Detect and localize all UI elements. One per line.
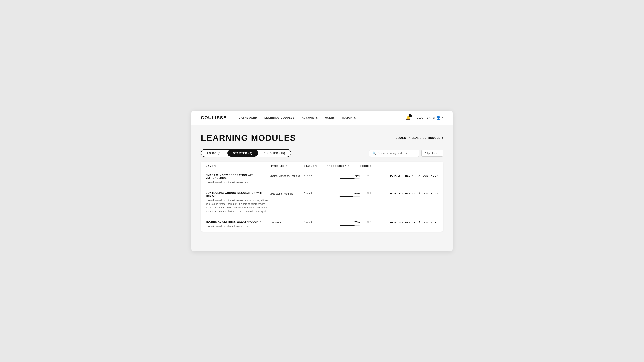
continue-button-3[interactable]: CONTINUE › — [422, 221, 438, 224]
restart-button-3[interactable]: RESTART ↺ — [405, 221, 420, 224]
details-label-2: DETAILS — [390, 192, 401, 195]
search-box: 🔍 — [369, 150, 419, 157]
profiles-cell-1: Sales, Marketing, Technical — [271, 174, 304, 178]
continue-arrow-icon-2: › — [437, 192, 438, 195]
tab-group: TO DO (5) STARTED (3) FINISHED (15) — [201, 149, 291, 157]
table-row: CONTROLING WINDOW DECORATION WITH THE AP… — [201, 188, 443, 217]
controls-row: TO DO (5) STARTED (3) FINISHED (15) 🔍 Al… — [201, 149, 443, 157]
header-right: 🔔 5 HELLO BRAM 👤 ▾ — [406, 115, 443, 120]
sort-name-icon[interactable]: ⇅ — [214, 165, 216, 167]
details-label-3: DETAILS — [390, 221, 401, 224]
expand-icon-2[interactable]: ▴ — [270, 193, 271, 196]
restart-label-2: RESTART — [405, 192, 417, 195]
table-row: TECHNICAL SETTINGS WALKTHROUGH ▾ Lorem i… — [201, 217, 443, 232]
details-button-1[interactable]: DETAILS › — [390, 174, 403, 177]
status-cell-2: Started — [304, 192, 327, 195]
search-icon: 🔍 — [372, 151, 376, 155]
actions-cell-2: DETAILS › RESTART ↺ CONTINUE › — [379, 192, 438, 195]
restart-button-1[interactable]: RESTART ↺ — [405, 174, 420, 177]
progress-bar-bg-2 — [340, 196, 360, 197]
user-dropdown-icon: ▾ — [442, 117, 443, 119]
continue-button-2[interactable]: CONTINUE › — [422, 192, 438, 195]
profiles-cell-2: Marketing, Technical — [271, 192, 304, 196]
progression-cell-3: 75% — [327, 220, 360, 226]
sort-profiles-icon[interactable]: ⇅ — [286, 165, 288, 167]
table-header: NAME ⇅ PROFILES ⇅ STATUS ⇅ PROGRESSION ⇅… — [201, 162, 443, 170]
module-name-3: TECHNICAL SETTINGS WALKTHROUGH ▾ — [206, 220, 271, 223]
notification-badge: 5 — [408, 114, 412, 117]
sort-status-icon[interactable]: ⇅ — [315, 165, 317, 167]
progress-bar-bg-3 — [340, 225, 360, 226]
module-name-cell-1: SMART WINDOW DECORATION WITH MOTIONBLIND… — [206, 174, 271, 184]
col-score: SCORE ⇅ — [360, 165, 379, 167]
header: COULISSE DASHBOARD LEARNING MODULES ACCO… — [191, 111, 453, 125]
module-desc-1: Lorem ipsum dolor sit amet. consectetur … — [206, 181, 271, 184]
expand-icon-1[interactable]: ▾ — [270, 175, 271, 178]
col-profiles: PROFILES ⇅ — [271, 165, 304, 167]
status-cell-1: Started — [304, 174, 327, 177]
progression-pct-2: 66% — [354, 192, 360, 195]
nav-insights[interactable]: INSIGHTS — [342, 116, 356, 119]
details-arrow-icon-3: › — [402, 221, 403, 224]
nav-accounts[interactable]: ACCOUNTS — [302, 116, 318, 119]
nav-dashboard[interactable]: DASHBOARD — [239, 116, 257, 119]
progress-bar-fill-2 — [340, 196, 353, 197]
module-name-cell-2: CONTROLING WINDOW DECORATION WITH THE AP… — [206, 192, 271, 213]
module-desc-3: Lorem ipsum dolor sit amet. consectetur … — [206, 224, 271, 228]
restart-label-1: RESTART — [405, 175, 417, 177]
modules-table: NAME ⇅ PROFILES ⇅ STATUS ⇅ PROGRESSION ⇅… — [201, 162, 443, 232]
tab-finished[interactable]: FINISHED (15) — [258, 150, 291, 157]
search-input[interactable] — [378, 152, 416, 155]
progression-pct-1: 75% — [354, 174, 360, 177]
sort-progression-icon[interactable]: ⇅ — [348, 165, 350, 167]
tab-started[interactable]: STARTED (3) — [228, 150, 258, 157]
details-button-2[interactable]: DETAILS › — [390, 192, 403, 195]
continue-arrow-icon-1: › — [437, 175, 438, 177]
notification-button[interactable]: 🔔 5 — [406, 115, 410, 120]
nav-users[interactable]: USERS — [325, 116, 335, 119]
details-arrow-icon-2: › — [402, 192, 403, 195]
progress-bar-fill-1 — [340, 178, 354, 179]
details-button-3[interactable]: DETAILS › — [390, 221, 403, 224]
logo: COULISSE — [201, 115, 226, 120]
filter-dropdown[interactable]: All profiles ▾ — [422, 150, 443, 157]
user-icon: 👤 — [436, 116, 441, 120]
module-name-2: CONTROLING WINDOW DECORATION WITH THE AP… — [206, 192, 271, 197]
score-cell-1: N.A. — [360, 174, 379, 177]
chevron-down-icon: ▾ — [438, 152, 440, 154]
continue-button-1[interactable]: CONTINUE › — [422, 175, 438, 177]
restart-icon-3: ↺ — [418, 221, 420, 224]
progress-bar-bg-1 — [340, 178, 360, 179]
score-cell-2: N.A. — [360, 192, 379, 195]
module-desc-2: Lorem ipsum dolor sit amet, consectetur … — [206, 199, 271, 213]
username: BRAM — [427, 116, 435, 119]
expand-icon-3[interactable]: ▾ — [260, 221, 261, 223]
tab-todo[interactable]: TO DO (5) — [201, 150, 228, 157]
restart-icon-2: ↺ — [418, 192, 420, 195]
progression-cell-1: 75% — [327, 174, 360, 179]
search-filter-row: 🔍 All profiles ▾ — [369, 150, 443, 157]
col-progression: PROGRESSION ⇅ — [327, 165, 360, 167]
main-content: LEARNING MODULES REQUEST A LEARNING MODU… — [191, 125, 453, 240]
restart-label-3: RESTART — [405, 221, 417, 224]
details-arrow-icon-1: › — [402, 174, 403, 177]
profiles-cell-3: Technical — [271, 220, 304, 224]
request-learning-module-link[interactable]: REQUEST A LEARNING MODULE › — [394, 136, 443, 140]
actions-cell-1: DETAILS › RESTART ↺ CONTINUE › — [379, 174, 438, 177]
greeting-prefix: HELLO — [414, 116, 424, 119]
col-name: NAME ⇅ — [206, 165, 271, 167]
details-label-1: DETAILS — [390, 175, 401, 177]
restart-button-2[interactable]: RESTART ↺ — [405, 192, 420, 195]
progression-pct-3: 75% — [354, 221, 360, 224]
nav-learning-modules[interactable]: LEARNING MODULES — [264, 116, 295, 119]
col-status: STATUS ⇅ — [304, 165, 327, 167]
page-header: LEARNING MODULES REQUEST A LEARNING MODU… — [201, 133, 443, 143]
restart-icon-1: ↺ — [418, 174, 420, 177]
user-greeting[interactable]: HELLO BRAM 👤 ▾ — [414, 116, 443, 120]
progression-cell-2: 66% — [327, 192, 360, 197]
actions-cell-3: DETAILS › RESTART ↺ CONTINUE › — [379, 220, 438, 224]
page-title: LEARNING MODULES — [201, 133, 296, 143]
module-name-1: SMART WINDOW DECORATION WITH MOTIONBLIND… — [206, 174, 271, 179]
continue-arrow-icon-3: › — [437, 221, 438, 224]
sort-score-icon[interactable]: ⇅ — [370, 165, 372, 167]
